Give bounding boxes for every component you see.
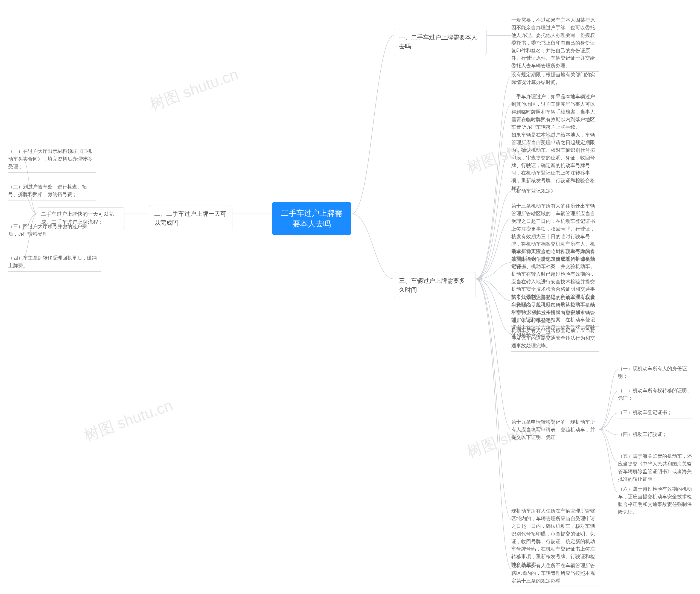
watermark: 树图 shutu.cn [147,64,241,115]
sub19-item-5: （五）属于海关监管的机动车，还应当提交《中华人民共和国海关监管车辆解除监管证明书… [618,453,695,485]
branch-3-leaf-3: 如果车辆是在本地过户给本地人，车辆管理所应当自受理申请之日起规定期限内，确认机动… [511,131,599,194]
branch-2-leaf-2: （二）到过户验车处，进行检查、拓号、拆牌和照相，缴纳拓号费； [8,183,96,200]
branch-2-leaf-1: （一）在过户大厅出示材料领取《旧机动车买卖合同》，填完资料后办理转移受理； [8,148,96,172]
branch-2[interactable]: 二、二手车过户上牌一天可以完成吗 [149,205,232,231]
branch-3-leaf-2: 二手车办理过户，如果是本地车辆过户到其他地区，过户车辆完毕当事人可以得到临时牌照… [511,93,599,133]
watermark: 树图 shutu.cn [81,395,175,446]
sub19-item-3: （三）机动车登记证书； [618,409,692,419]
branch-1-leaf: 一般需要，不过如果车主本人因某些原因不能亲自办理过户手续，也可以委托他人办理。委… [511,16,599,72]
branch-2-leaf-3: （三）回过户大厅领号并缴纳过户费后，办理转移受理； [8,223,96,240]
branch-3[interactable]: 三、车辆过户上牌需要多久时间 [394,272,476,298]
branch-1[interactable]: 一、二手车过户上牌需要本人去吗 [394,29,487,55]
sub19-item-4: （四）机动车行驶证； [618,431,692,440]
sub19-item-1: （一）现机动车所有人的身份证明； [618,365,692,382]
branch-3-sub19: 第十九条申请转移登记的，现机动车所有人应当填写申请表，交验机动车，并提交以下证明… [511,419,599,443]
branch-2-leaf-4: （四）车主拿到转移受理回执单后，缴纳上牌费。 [8,254,101,271]
branch-3-leaf-7: 第十八条已注册登记的机动车所有权发生转移的，现机动车所有人应当自机动车交付之日起… [511,294,599,327]
sub19-item-2: （二）机动车所有权转移的证明、凭证； [618,387,692,404]
root-node[interactable]: 二手车过户上牌需要本人去吗 [272,202,352,235]
branch-3-tail-2: 现机动车所有人住所不在车辆管理所管辖区域内的，车辆管理所应当按照本规定第十三条的… [511,562,599,587]
branch-3-leaf-4: 《机动车登记规定》 [511,187,599,197]
branch-3-tail-1: 现机动车所有人住所在车辆管理所管辖区域内的，车辆管理所应当自受理申请之日起一日内… [511,507,599,570]
branch-3-leaf-1: 没有规定期限，根据当地有关部门的实际情况计算办结时间。 [511,71,599,88]
branch-3-leaf-8: 机动车所有人申请转移登记前，应当将涉及该车的道路交通安全违法行为和交通事故处理完… [511,327,599,352]
sub19-item-6: （六）属于超过检验有效期的机动车，还应当提交机动车安全技术检验合格证明和交通事故… [618,486,695,518]
